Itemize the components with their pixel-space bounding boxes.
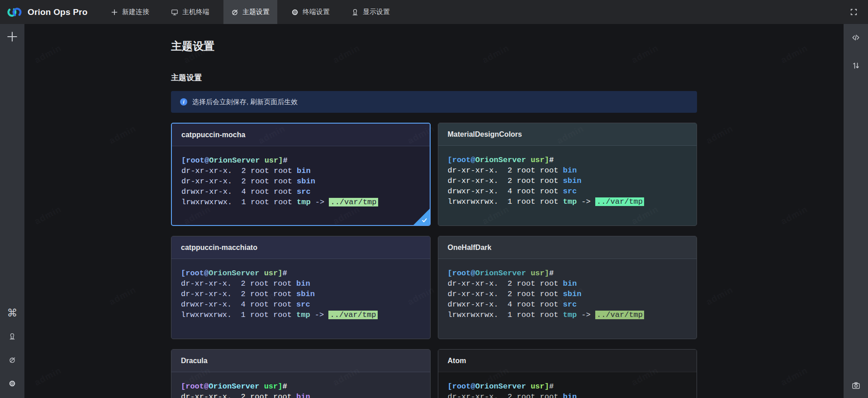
- prompt-segment: OrionServer: [475, 382, 526, 391]
- command-icon: ⌘: [7, 308, 18, 318]
- prompt-segment: [root@: [181, 382, 209, 391]
- terminal-line: lrwxrwxrwx. 1 root root tmp -> ../var/tm…: [181, 197, 420, 207]
- tab-display-settings[interactable]: 显示设置: [344, 0, 398, 24]
- terminal-line: dr-xr-xr-x. 2 root root sbin: [448, 289, 688, 299]
- terminal-line: dr-xr-xr-x. 2 root root bin: [448, 278, 688, 289]
- tab-theme-settings[interactable]: 主题设置: [223, 0, 277, 24]
- app-title: Orion Ops Pro: [28, 7, 87, 17]
- tab-new-connection[interactable]: 新建连接: [103, 0, 157, 24]
- terminal-line: dr-xr-xr-x. 2 root root bin: [448, 392, 688, 398]
- tab-terminal-settings[interactable]: 终端设置: [284, 0, 337, 24]
- symlink-target: ../var/tmp: [595, 197, 644, 206]
- terminal-preview: [root@OrionServer usr]#dr-xr-xr-x. 2 roo…: [438, 259, 697, 320]
- watermark-text: admin: [33, 43, 63, 65]
- theme-card-Atom[interactable]: Atom[root@OrionServer usr]#dr-xr-xr-x. 2…: [438, 349, 697, 398]
- gear-icon: [291, 9, 299, 16]
- theme-card-catppuccin-macchiato[interactable]: catppuccin-macchiato[root@OrionServer us…: [171, 236, 431, 339]
- terminal-line: lrwxrwxrwx. 1 root root tmp -> ../var/tm…: [181, 310, 421, 320]
- page-title: 主题设置: [171, 39, 214, 53]
- main-content: 主题设置 主题设置 i 选择后会立刻保存, 刷新页面后生效 catppuccin…: [24, 24, 844, 398]
- prompt-segment: #: [549, 382, 554, 391]
- prompt-segment: usr]: [526, 269, 549, 278]
- prompt-segment: #: [549, 156, 554, 164]
- left-add-tab-button[interactable]: [0, 28, 24, 46]
- watermark-text: admin: [331, 43, 361, 65]
- theme-card-title: OneHalfDark: [438, 236, 697, 259]
- terminal-line: lrwxrwxrwx. 1 root root tmp -> ../var/tm…: [448, 197, 688, 207]
- tab-label: 主机终端: [182, 8, 209, 16]
- plus-icon: [111, 9, 118, 16]
- monitor-icon: [171, 9, 178, 16]
- terminal-line: lrwxrwxrwx. 1 root root tmp -> ../var/tm…: [448, 310, 688, 320]
- theme-card-title: catppuccin-macchiato: [171, 236, 430, 259]
- prompt-segment: OrionServer: [475, 156, 526, 164]
- plus-icon: [7, 31, 18, 42]
- code-icon: [852, 34, 860, 42]
- right-screenshot-button[interactable]: [844, 376, 868, 394]
- terminal-preview: [root@OrionServer usr]#dr-xr-xr-x. 2 roo…: [438, 372, 697, 398]
- left-sidebar: ⌘: [0, 24, 24, 398]
- skin-icon: [351, 9, 359, 16]
- left-theme-button[interactable]: [0, 351, 24, 369]
- watermark-text: admin: [704, 123, 735, 146]
- terminal-preview: [root@OrionServer usr]#dr-xr-xr-x. 2 roo…: [171, 259, 430, 320]
- right-code-button[interactable]: [844, 29, 868, 47]
- prompt-segment: usr]: [259, 269, 282, 278]
- tab-host-terminal[interactable]: 主机终端: [163, 0, 217, 24]
- theme-card-title: MaterialDesignColors: [438, 123, 697, 146]
- terminal-line: drwxr-xr-x. 4 root root src: [448, 299, 688, 310]
- top-navbar: Orion Ops Pro 新建连接 主机终端 主题设置 终端设置 显示设置: [0, 0, 868, 24]
- prompt-segment: [root@: [448, 269, 475, 278]
- theme-card-OneHalfDark[interactable]: OneHalfDark[root@OrionServer usr]#dr-xr-…: [438, 236, 697, 339]
- terminal-line: drwxr-xr-x. 4 root root src: [181, 187, 420, 197]
- info-alert: i 选择后会立刻保存, 刷新页面后生效: [171, 91, 697, 113]
- theme-card-title: Atom: [438, 350, 697, 372]
- theme-card-catppuccin-mocha[interactable]: catppuccin-mocha[root@OrionServer usr]#d…: [171, 123, 431, 226]
- tab-label: 主题设置: [242, 8, 270, 16]
- theme-card-Dracula[interactable]: Dracula[root@OrionServer usr]#dr-xr-xr-x…: [171, 349, 431, 398]
- symlink-target: ../var/tmp: [328, 311, 377, 319]
- prompt-segment: OrionServer: [209, 156, 260, 165]
- navbar-tabs: 新建连接 主机终端 主题设置 终端设置 显示设置: [103, 0, 404, 24]
- left-settings-button[interactable]: [0, 374, 24, 393]
- info-icon: i: [180, 98, 187, 105]
- app-brand[interactable]: Orion Ops Pro: [6, 0, 87, 24]
- watermark-text: admin: [779, 43, 809, 65]
- terminal-line: dr-xr-xr-x. 2 root root bin: [181, 392, 421, 398]
- right-sidebar: [844, 24, 868, 398]
- terminal-line: dr-xr-xr-x. 2 root root sbin: [181, 289, 421, 299]
- left-display-button[interactable]: [0, 327, 24, 345]
- section-title: 主题设置: [171, 72, 202, 83]
- watermark-text: admin: [779, 204, 809, 226]
- terminal-line: drwxr-xr-x. 4 root root src: [448, 186, 688, 197]
- check-icon: [421, 217, 428, 224]
- prompt-segment: OrionServer: [475, 269, 526, 278]
- prompt-segment: [root@: [181, 156, 209, 165]
- terminal-line: dr-xr-xr-x. 2 root root sbin: [181, 176, 420, 187]
- prompt-segment: OrionServer: [209, 382, 259, 391]
- watermark-text: admin: [107, 123, 138, 146]
- gear-icon: [9, 380, 16, 387]
- watermark-text: admin: [107, 284, 138, 307]
- fullscreen-icon[interactable]: [844, 0, 863, 24]
- symlink-target: ../var/tmp: [329, 198, 378, 206]
- tab-label: 终端设置: [303, 8, 330, 16]
- terminal-line: dr-xr-xr-x. 2 root root bin: [181, 166, 420, 176]
- prompt-segment: usr]: [526, 382, 549, 391]
- theme-card-MaterialDesignColors[interactable]: MaterialDesignColors[root@OrionServer us…: [438, 123, 697, 226]
- tab-label: 新建连接: [122, 8, 149, 16]
- prompt-segment: OrionServer: [209, 269, 259, 278]
- terminal-line: dr-xr-xr-x. 2 root root sbin: [448, 176, 688, 186]
- line-height-icon: [852, 62, 860, 70]
- watermark-text: admin: [33, 204, 63, 226]
- watermark-text: admin: [33, 365, 63, 388]
- prompt-segment: usr]: [260, 156, 283, 165]
- left-shortcuts-button[interactable]: ⌘: [0, 304, 24, 322]
- right-line-height-button[interactable]: [844, 57, 868, 75]
- terminal-line: dr-xr-xr-x. 2 root root bin: [448, 165, 688, 176]
- theme-card-title: catppuccin-mocha: [172, 124, 430, 146]
- palette-icon: [9, 356, 16, 364]
- watermark-text: admin: [480, 43, 511, 65]
- info-alert-text: 选择后会立刻保存, 刷新页面后生效: [192, 98, 298, 106]
- prompt-segment: usr]: [259, 382, 282, 391]
